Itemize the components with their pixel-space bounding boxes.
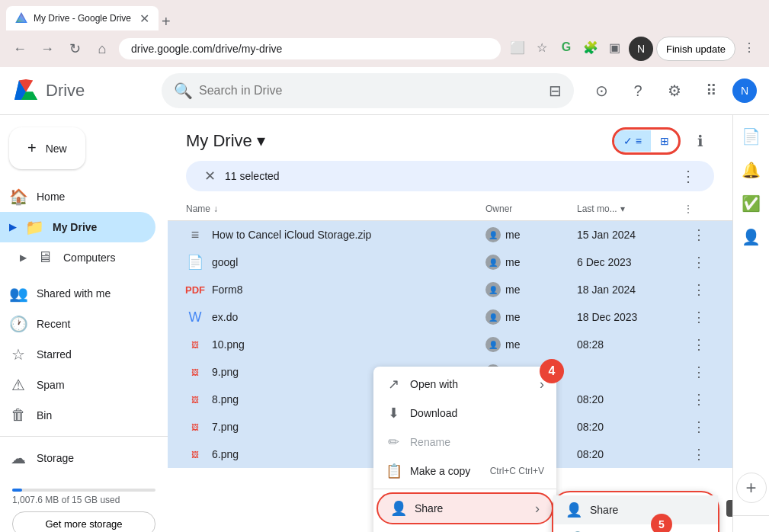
help-icon[interactable]: ? [623, 75, 653, 106]
new-button[interactable]: + New [9, 127, 85, 169]
file-more-button[interactable]: ⋮ [684, 281, 714, 298]
submenu-item-copy-links[interactable]: 🔗 Copy links [553, 524, 718, 532]
reading-mode-button[interactable]: ▣ [604, 37, 626, 58]
extension-button[interactable]: 🧩 [580, 37, 601, 58]
sidebar-label-spam: Spam [37, 379, 65, 391]
search-filter-icon[interactable]: ⊟ [549, 82, 562, 100]
address-bar[interactable] [119, 38, 501, 59]
menu-label: Make a copy [410, 465, 481, 477]
col-name-label: Name [186, 204, 210, 214]
forward-button[interactable]: → [37, 38, 58, 59]
info-button[interactable]: ℹ [687, 127, 714, 155]
file-more-button[interactable]: ⋮ [684, 309, 714, 325]
file-more-button[interactable]: ⋮ [684, 226, 714, 243]
table-row[interactable]: PDF Form8 👤 me 18 Jan 2024 ⋮ [168, 276, 732, 303]
file-date: 18 Dec 2023 [577, 311, 684, 323]
file-name: googl [212, 256, 238, 268]
menu-label: Share [415, 502, 526, 514]
sidebar-item-home[interactable]: 🏠 Home [0, 181, 155, 212]
sidebar-label-my-drive: My Drive [53, 221, 97, 233]
search-input[interactable] [199, 84, 543, 98]
right-icon-docs[interactable]: 📄 [736, 121, 767, 152]
table-row[interactable]: 🖼 10.png 👤 me 08:28 ⋮ [168, 331, 732, 358]
list-view-button[interactable]: ✓ ≡ [614, 130, 651, 152]
sidebar-item-bin[interactable]: 🗑 Bin [0, 400, 155, 430]
support-icon[interactable]: ⊙ [586, 75, 617, 106]
translate-button[interactable]: G [556, 37, 577, 58]
owner-name: me [505, 284, 520, 296]
table-row[interactable]: W ex.do 👤 me 18 Dec 2023 ⋮ [168, 303, 732, 331]
tab-favicon [15, 12, 27, 24]
file-owner: 👤 me [485, 309, 577, 325]
menu-item-share[interactable]: 👤 Share › 👤 Share Share 11 files [376, 492, 553, 524]
right-icon-contacts[interactable]: 👤 [736, 222, 767, 252]
table-row[interactable]: ≡ How to Cancel iCloud Storage.zip 👤 me … [168, 221, 732, 248]
col-more[interactable]: ⋮ [684, 204, 714, 214]
computers-icon: 🖥 [36, 248, 54, 266]
apps-icon[interactable]: ⠿ [696, 75, 726, 106]
menu-item-open-with[interactable]: ↗ Open with › [373, 370, 556, 399]
grid-view-button[interactable]: ⊞ [651, 130, 678, 152]
sidebar-item-recent[interactable]: 🕐 Recent [0, 309, 155, 339]
menu-item-organise[interactable]: 📁 Organise › [373, 526, 556, 532]
owner-avatar: 👤 [485, 337, 501, 352]
menu-item-make-copy[interactable]: 📋 Make a copy Ctrl+C Ctrl+V [373, 457, 556, 486]
file-more-button[interactable]: ⋮ [684, 336, 714, 353]
home-button[interactable]: ⌂ [91, 38, 113, 59]
tab-close-button[interactable]: ✕ [139, 11, 149, 26]
col-date-label: Last mo... [577, 204, 617, 214]
menu-button[interactable]: ⋮ [739, 37, 760, 58]
sidebar-item-computers[interactable]: ▶ 🖥 Computers [0, 242, 155, 272]
menu-item-download[interactable]: ⬇ Download [373, 399, 556, 428]
get-storage-button[interactable]: Get more storage [12, 511, 155, 532]
sidebar-item-spam[interactable]: ⚠ Spam [0, 370, 155, 400]
bookmark-button[interactable]: ☆ [531, 37, 553, 58]
selection-more-button[interactable]: ⋮ [681, 167, 696, 185]
file-more-button[interactable]: ⋮ [684, 446, 714, 463]
file-more-button[interactable]: ⋮ [684, 364, 714, 380]
sidebar-item-shared[interactable]: 👥 Shared with me [0, 278, 155, 309]
file-type-icon: 📄 [186, 253, 204, 271]
storage-bar [12, 489, 155, 492]
cast-button[interactable]: ⬜ [507, 37, 528, 58]
settings-icon[interactable]: ⚙ [659, 75, 690, 106]
file-more-button[interactable]: ⋮ [684, 254, 714, 271]
table-row[interactable]: 📄 googl 👤 me 6 Dec 2023 ⋮ [168, 248, 732, 276]
file-type-icon: 🖼 [186, 445, 204, 463]
submenu-item-share[interactable]: 👤 Share Share 11 files 5 [553, 495, 718, 524]
file-name: 8.png [212, 393, 239, 405]
browser-chrome: My Drive - Google Drive ✕ + ← → ↻ ⌂ ⬜ ☆ … [0, 0, 769, 67]
right-icon-keep[interactable]: 🔔 [736, 155, 767, 185]
col-date[interactable]: Last mo... ▾ [577, 204, 684, 214]
user-avatar[interactable]: N [732, 79, 757, 103]
main-row: + New 🏠 Home ▶ 📁 My Drive ▶ 🖥 Computers … [0, 115, 769, 532]
owner-name: me [505, 311, 520, 323]
sidebar-label-starred: Starred [37, 348, 72, 361]
main-title-chevron: ▾ [257, 131, 265, 151]
active-tab[interactable]: My Drive - Google Drive ✕ [6, 6, 159, 30]
file-type-icon: 🖼 [186, 335, 204, 354]
file-more-button[interactable]: ⋮ [684, 418, 714, 435]
file-date: 08:20 [577, 393, 684, 405]
selection-close-button[interactable]: ✕ [204, 168, 216, 184]
browser-avatar[interactable]: N [629, 37, 653, 61]
col-name[interactable]: Name ↓ [186, 204, 485, 214]
main-title[interactable]: My Drive ▾ [186, 131, 265, 151]
sidebar-item-starred[interactable]: ☆ Starred [0, 339, 155, 370]
right-icon-tasks[interactable]: ✅ [736, 188, 767, 219]
new-tab-button[interactable]: + [162, 13, 171, 30]
menu-item-rename[interactable]: ✏ Rename [373, 428, 556, 457]
sidebar-item-storage[interactable]: ☁ Storage [0, 443, 155, 473]
back-button[interactable]: ← [9, 38, 30, 59]
col-owner[interactable]: Owner [485, 204, 577, 214]
sort-down-icon-date: ▾ [620, 204, 625, 214]
sidebar-item-my-drive[interactable]: ▶ 📁 My Drive [0, 212, 155, 242]
file-more-button[interactable]: ⋮ [684, 391, 714, 408]
right-icon-add[interactable]: + [736, 473, 767, 503]
storage-text: 1,007.6 MB of 15 GB used [12, 495, 155, 505]
finish-update-button[interactable]: Finish update [656, 37, 735, 61]
file-type-icon: 🖼 [186, 418, 204, 436]
storage-icon: ☁ [9, 449, 27, 467]
right-sidebar-expand[interactable]: › [745, 522, 757, 532]
reload-button[interactable]: ↻ [64, 38, 85, 59]
